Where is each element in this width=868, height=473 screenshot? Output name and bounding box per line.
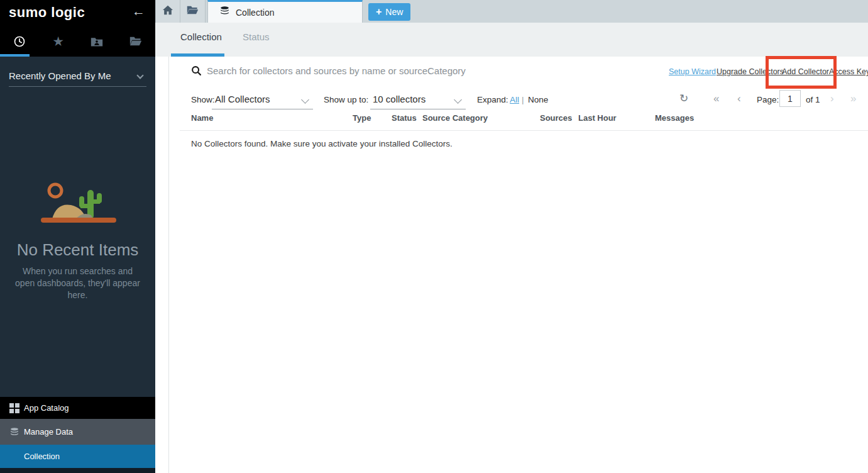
- ground: [41, 218, 116, 223]
- chevron-down-icon[interactable]: [454, 96, 462, 104]
- desert-illustration: [35, 181, 123, 229]
- tab-collection[interactable]: Collection: [207, 0, 363, 23]
- library-button[interactable]: [180, 0, 206, 23]
- access-keys-link[interactable]: Access Keys: [829, 67, 868, 76]
- sidebar-footer-sliver: [0, 468, 155, 473]
- chevron-down-icon[interactable]: [301, 96, 309, 104]
- subtab-status[interactable]: Status: [243, 31, 270, 42]
- upgrade-collectors-link[interactable]: Upgrade Collectors: [717, 67, 784, 76]
- column-header-messages[interactable]: Messages: [655, 113, 694, 123]
- next-page-icon[interactable]: ›: [830, 92, 834, 105]
- recently-opened-label: Recently Opened By Me: [9, 70, 111, 81]
- open-folder-icon: [129, 36, 142, 47]
- recent-tab[interactable]: [0, 28, 39, 54]
- page-number-input[interactable]: [779, 90, 801, 107]
- collection-panel: Setup Wizard Upgrade Collectors Add Coll…: [168, 57, 868, 473]
- home-button[interactable]: [155, 0, 180, 23]
- column-header-last-hour[interactable]: Last Hour: [578, 113, 617, 123]
- sidebar-item-collection[interactable]: Collection: [0, 445, 155, 468]
- library-tab[interactable]: [116, 28, 155, 54]
- subtab-row: Collection Status: [155, 23, 868, 57]
- expand-label: Expand:: [477, 95, 508, 104]
- refresh-icon[interactable]: ↻: [679, 92, 688, 105]
- expand-separator: |: [522, 95, 524, 104]
- page-count-label: of 1: [806, 95, 820, 104]
- prev-page-icon[interactable]: ‹: [737, 92, 741, 105]
- sidebar-item-label: Collection: [24, 452, 60, 461]
- clock-icon: [13, 35, 26, 48]
- sidebar-item-app-catalog[interactable]: App Catalog: [0, 397, 155, 419]
- plus-icon: +: [376, 6, 382, 18]
- add-collector-link[interactable]: Add Collector: [782, 67, 829, 76]
- search-input[interactable]: [207, 62, 609, 79]
- active-nav-underline: [0, 54, 30, 57]
- column-header-type[interactable]: Type: [353, 113, 371, 123]
- grid-icon: [9, 403, 19, 413]
- chevron-down-icon: [136, 72, 143, 79]
- sidebar-header: sumo logic ← ★: [0, 0, 155, 57]
- sumo-logic-logo: sumo logic: [9, 4, 85, 21]
- tab-strip: Collection + New: [155, 0, 868, 23]
- expand-all-link[interactable]: All: [510, 95, 519, 104]
- sidebar-item-label: Manage Data: [24, 427, 73, 437]
- favorites-tab[interactable]: ★: [39, 28, 78, 54]
- column-header-status[interactable]: Status: [392, 113, 417, 123]
- first-page-icon[interactable]: «: [713, 92, 719, 105]
- subtab-collection[interactable]: Collection: [180, 31, 222, 42]
- star-icon: ★: [52, 35, 64, 48]
- show-up-to-dropdown[interactable]: 10 collectors: [373, 94, 426, 104]
- home-icon: [162, 5, 173, 18]
- show-up-to-label: Show up to:: [324, 95, 368, 104]
- new-button[interactable]: + New: [368, 3, 410, 21]
- page-label: Page:: [757, 95, 779, 104]
- database-icon: [9, 427, 19, 437]
- collapse-sidebar-icon[interactable]: ←: [132, 4, 145, 19]
- table-header-divider: [180, 130, 868, 131]
- sidebar: sumo logic ← ★: [0, 0, 155, 473]
- column-header-name[interactable]: Name: [191, 113, 213, 123]
- setup-wizard-link[interactable]: Setup Wizard: [669, 67, 716, 76]
- column-header-sources[interactable]: Sources: [540, 113, 572, 123]
- filter-row: Show: All Collectors Show up to: 10 coll…: [169, 89, 868, 112]
- show-label: Show:: [191, 95, 215, 104]
- sidebar-item-label: App Catalog: [24, 403, 69, 413]
- search-icon: [191, 65, 202, 79]
- dropdown-underline: [370, 109, 466, 109]
- dropdown-underline: [212, 109, 313, 109]
- column-header-source-category[interactable]: Source Category: [422, 113, 488, 123]
- dropdown-underline: [9, 86, 146, 87]
- tab-label: Collection: [236, 8, 274, 18]
- shared-content-tab[interactable]: [78, 28, 117, 54]
- table-header-row: Name Type Status Source Category Sources…: [169, 113, 868, 128]
- no-recent-items-title: No Recent Items: [0, 240, 155, 260]
- new-button-label: New: [385, 7, 403, 17]
- empty-collectors-message: No Collectors found. Make sure you activ…: [191, 139, 453, 148]
- open-folder-icon: [187, 5, 199, 18]
- database-icon: [219, 6, 230, 19]
- folder-user-icon: [91, 36, 103, 47]
- expand-none-link[interactable]: None: [528, 95, 548, 104]
- sidebar-item-manage-data[interactable]: Manage Data: [0, 419, 155, 445]
- sidebar-nav-icons: ★: [0, 28, 155, 54]
- no-recent-items-description: When you run searches and open dashboard…: [13, 265, 143, 301]
- sun-icon: [49, 184, 62, 197]
- last-page-icon[interactable]: »: [850, 92, 856, 105]
- app-window: sumo logic ← ★: [0, 0, 868, 473]
- recently-opened-dropdown[interactable]: Recently Opened By Me: [9, 70, 146, 81]
- show-collectors-dropdown[interactable]: All Collectors: [215, 94, 270, 104]
